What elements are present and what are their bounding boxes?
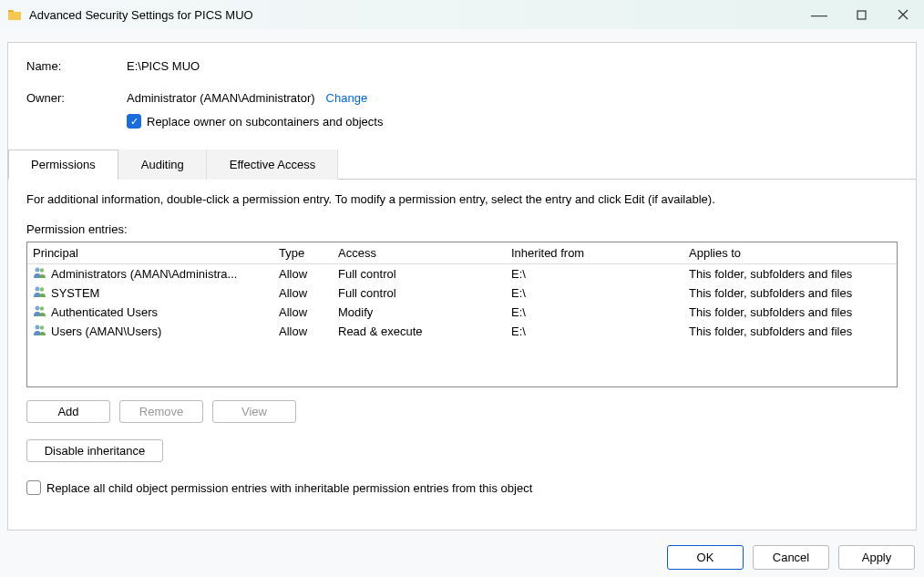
cell-principal: Administrators (AMAN\Administra... xyxy=(51,267,237,281)
entries-label: Permission entries: xyxy=(26,222,898,236)
tab-auditing[interactable]: Auditing xyxy=(118,149,207,180)
header-applies[interactable]: Applies to xyxy=(689,246,891,260)
replace-child-checkbox[interactable] xyxy=(26,480,41,495)
replace-child-row: Replace all child object permission entr… xyxy=(26,480,898,495)
svg-point-7 xyxy=(36,325,40,330)
cell-inherited: E:\ xyxy=(511,286,689,300)
users-icon xyxy=(33,324,47,339)
table-row[interactable]: Administrators (AMAN\Administra...AllowF… xyxy=(27,264,897,283)
svg-point-2 xyxy=(40,268,44,272)
table-row[interactable]: Users (AMAN\Users)AllowRead & executeE:\… xyxy=(27,322,897,341)
cell-inherited: E:\ xyxy=(511,325,689,338)
cell-applies: This folder, subfolders and files xyxy=(689,325,891,338)
replace-owner-checkbox[interactable]: ✓ xyxy=(127,114,141,129)
cell-applies: This folder, subfolders and files xyxy=(689,286,891,300)
ok-button[interactable]: OK xyxy=(667,545,744,570)
tab-permissions[interactable]: Permissions xyxy=(8,149,118,180)
close-button[interactable] xyxy=(882,0,924,29)
svg-point-1 xyxy=(36,268,40,273)
name-row: Name: E:\PICS MUO xyxy=(26,59,898,73)
cell-type: Allow xyxy=(279,267,338,281)
table-row[interactable]: Authenticated UsersAllowModifyE:\This fo… xyxy=(27,303,897,322)
owner-label: Owner: xyxy=(26,91,127,105)
cancel-button[interactable]: Cancel xyxy=(753,545,829,570)
header-principal[interactable]: Principal xyxy=(33,246,279,260)
replace-owner-row: ✓ Replace owner on subcontainers and obj… xyxy=(127,114,898,129)
window-title: Advanced Security Settings for PICS MUO xyxy=(29,8,798,22)
cell-type: Allow xyxy=(279,305,338,319)
cell-applies: This folder, subfolders and files xyxy=(689,305,891,319)
disable-inheritance-button[interactable]: Disable inheritance xyxy=(26,439,163,462)
permission-table: Principal Type Access Inherited from App… xyxy=(26,242,898,387)
cell-principal: SYSTEM xyxy=(51,286,99,300)
svg-point-5 xyxy=(36,306,40,311)
cell-inherited: E:\ xyxy=(511,267,689,281)
svg-point-6 xyxy=(40,306,44,310)
svg-rect-0 xyxy=(857,11,866,19)
svg-point-4 xyxy=(40,287,44,291)
cell-applies: This folder, subfolders and files xyxy=(689,267,891,281)
header-type[interactable]: Type xyxy=(279,246,338,260)
replace-owner-label: Replace owner on subcontainers and objec… xyxy=(147,115,383,129)
header-inherited[interactable]: Inherited from xyxy=(511,246,689,260)
minimize-button[interactable]: — xyxy=(798,0,840,29)
cell-access: Read & execute xyxy=(338,325,511,338)
svg-point-3 xyxy=(36,287,40,292)
change-owner-link[interactable]: Change xyxy=(326,91,368,105)
titlebar: Advanced Security Settings for PICS MUO … xyxy=(0,0,924,29)
owner-value: Administrator (AMAN\Administrator) xyxy=(127,91,315,105)
main-panel: Name: E:\PICS MUO Owner: Administrator (… xyxy=(7,42,917,531)
table-row[interactable]: SYSTEMAllowFull controlE:\This folder, s… xyxy=(27,283,897,303)
cell-type: Allow xyxy=(279,325,338,338)
view-button[interactable]: View xyxy=(212,400,296,423)
maximize-button[interactable] xyxy=(840,0,882,29)
tabs: Permissions Auditing Effective Access xyxy=(8,149,916,180)
cell-principal: Users (AMAN\Users) xyxy=(51,325,161,338)
remove-button[interactable]: Remove xyxy=(119,400,203,423)
window-controls: — xyxy=(798,0,924,29)
cell-access: Modify xyxy=(338,305,511,319)
add-button[interactable]: Add xyxy=(26,400,110,423)
tab-effective-access[interactable]: Effective Access xyxy=(207,149,338,180)
cell-access: Full control xyxy=(338,267,511,281)
apply-button[interactable]: Apply xyxy=(838,545,915,570)
users-icon xyxy=(33,266,47,282)
instruction-text: For additional information, double-click… xyxy=(26,192,898,206)
replace-child-label: Replace all child object permission entr… xyxy=(46,481,532,495)
cell-access: Full control xyxy=(338,286,511,300)
name-label: Name: xyxy=(26,59,127,73)
dialog-buttons: OK Cancel Apply xyxy=(0,536,924,570)
cell-principal: Authenticated Users xyxy=(51,305,158,319)
owner-row: Owner: Administrator (AMAN\Administrator… xyxy=(26,91,898,105)
users-icon xyxy=(33,285,47,301)
cell-type: Allow xyxy=(279,286,338,300)
svg-point-8 xyxy=(40,325,44,329)
table-buttons: Add Remove View xyxy=(26,400,898,423)
cell-inherited: E:\ xyxy=(511,305,689,319)
folder-icon xyxy=(7,7,22,22)
table-header: Principal Type Access Inherited from App… xyxy=(27,242,897,264)
name-value: E:\PICS MUO xyxy=(127,59,200,73)
header-access[interactable]: Access xyxy=(338,246,511,260)
users-icon xyxy=(33,304,47,320)
